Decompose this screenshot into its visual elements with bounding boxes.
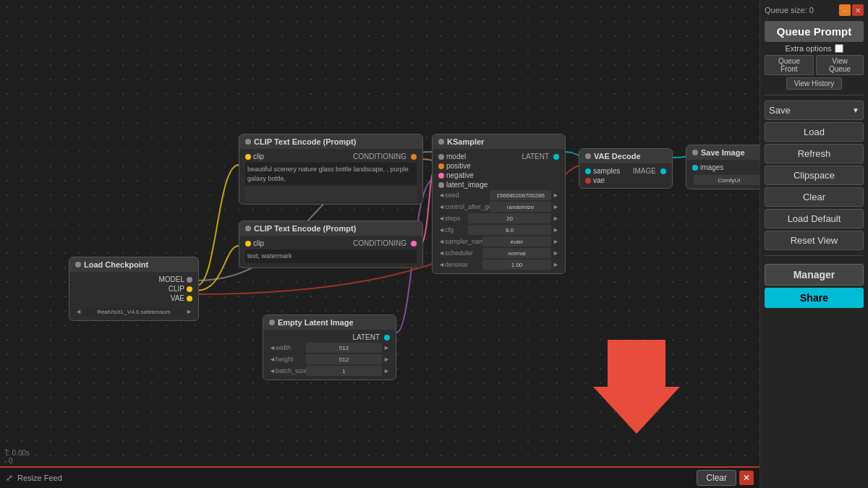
resize-feed-label: Resize Feed <box>17 474 62 482</box>
sampler-label: sampler_name <box>445 238 481 245</box>
control-row: ◄ control_after_generate randomize ► <box>438 201 559 213</box>
right-arrow: ► <box>383 344 390 351</box>
image-out-port <box>660 168 666 174</box>
clip-text-2[interactable]: text, watermark <box>245 249 417 263</box>
node-body: LATENT ◄ width 512 ► ◄ height 512 ► ◄ ba… <box>263 330 396 380</box>
latent-in-row: latent_image <box>438 180 559 189</box>
cfg-value[interactable]: 8.0 <box>468 225 551 235</box>
clip-port <box>187 286 192 292</box>
queue-prompt-button[interactable]: Queue Prompt <box>765 21 864 42</box>
right-arrow: ► <box>553 238 559 245</box>
clip-encode-1-node: CLIP Text Encode (Prompt) clip CONDITION… <box>239 134 423 205</box>
port-label: negative <box>446 171 474 179</box>
node-title: CLIP Text Encode (Prompt) <box>254 224 356 233</box>
clipspace-button[interactable]: Clipspace <box>765 166 864 185</box>
node-body: images ComfyUI <box>686 160 760 189</box>
steps-label: steps <box>445 215 467 222</box>
vae-port <box>187 296 192 301</box>
ckpt-value[interactable]: RealVisXL_V4.0.safetensors <box>83 307 184 317</box>
clip-in-port <box>245 154 251 160</box>
steps-row: ◄ steps 20 ► <box>438 213 559 224</box>
save-label: Save <box>769 105 791 116</box>
queue-front-button[interactable]: Queue Front <box>765 55 814 75</box>
seed-value[interactable]: 156680208700286 <box>490 190 551 200</box>
node-title: KSampler <box>447 137 484 146</box>
clear-button[interactable]: Clear <box>697 470 736 486</box>
port-label: MODEL <box>158 275 184 283</box>
clip-in-row-2: clip CONDITIONING <box>245 239 417 248</box>
right-arrow: ► <box>383 367 390 374</box>
left-arrow: ◄ <box>438 226 445 234</box>
port-label: images <box>700 163 723 171</box>
left-arrow: ◄ <box>438 203 445 210</box>
left-arrow: ◄ <box>269 356 276 363</box>
left-arrow: ◄ <box>269 344 276 351</box>
load-button[interactable]: Load <box>765 122 864 142</box>
bottom-bar: ⤢ Resize Feed Clear ✕ <box>0 466 760 488</box>
samples-in-row: samples IMAGE <box>585 166 666 176</box>
port-label: VAE <box>171 294 184 302</box>
share-button[interactable]: Share <box>765 288 864 308</box>
filename-value[interactable]: ComfyUI <box>694 175 760 185</box>
scheduler-label: scheduler <box>445 249 481 257</box>
control-label: control_after_generate <box>445 203 488 210</box>
left-arrow: ◄ <box>438 261 445 268</box>
image-label: IMAGE <box>633 167 656 175</box>
close-bottom-bar-button[interactable]: ✕ <box>739 471 754 485</box>
right-arrow: ► <box>553 203 559 210</box>
svg-marker-0 <box>593 340 680 434</box>
clip-in-row: clip CONDITIONING <box>245 152 417 161</box>
sampler-value[interactable]: euler <box>482 236 551 247</box>
latent-label: LATENT <box>522 153 549 160</box>
reset-view-button[interactable]: Reset View <box>765 231 864 250</box>
conditioning-label: CONDITIONING <box>353 153 407 160</box>
clip-resize-bar <box>245 187 417 201</box>
clip-encode-2-node: CLIP Text Encode (Prompt) clip CONDITION… <box>239 221 423 268</box>
port-label: clip <box>253 153 264 160</box>
close-button[interactable]: ✕ <box>852 4 864 16</box>
node-header: CLIP Text Encode (Prompt) <box>239 134 422 149</box>
left-arrow: ◄ <box>438 249 445 257</box>
bottom-bar-right: Clear ✕ <box>697 470 754 486</box>
scheduler-value[interactable]: normal <box>482 248 551 258</box>
images-in-port <box>692 165 698 171</box>
extra-options-label: Extra options <box>785 44 831 53</box>
right-arrow: ► <box>553 261 559 268</box>
steps-value[interactable]: 20 <box>468 213 551 223</box>
node-body: MODEL CLIP VAE ◄ RealVisXL_V4.0.safetens… <box>69 272 198 320</box>
minimize-button[interactable]: – <box>839 4 851 16</box>
progress-value: - 0 <box>4 457 13 465</box>
control-value[interactable]: randomize <box>490 202 551 212</box>
height-value[interactable]: 512 <box>306 354 382 364</box>
load-default-button[interactable]: Load Default <box>765 209 864 228</box>
node-header: Save Image <box>686 145 760 160</box>
save-button[interactable]: Save ▼ <box>765 100 864 120</box>
model-in-row: model LATENT <box>438 152 559 161</box>
node-header: Load Checkpoint <box>69 257 198 272</box>
conditioning-out-port <box>411 154 417 160</box>
resize-icon: ⤢ <box>6 473 13 483</box>
empty-latent-node: Empty Latent Image LATENT ◄ width 512 ► … <box>263 314 396 380</box>
save-image-node: Save Image images ComfyUI <box>686 145 760 189</box>
canvas-area[interactable]: Load Checkpoint MODEL CLIP VAE ◄ RealVis… <box>0 0 760 488</box>
port-row-vae: VAE <box>75 294 192 303</box>
clip-text-1[interactable]: beautiful scenery nature glass bottle la… <box>245 163 417 185</box>
batch-row: ◄ batch_size 1 ► <box>269 365 390 377</box>
refresh-button[interactable]: Refresh <box>765 144 864 163</box>
batch-value[interactable]: 1 <box>306 366 382 376</box>
node-header: VAE Decode <box>579 149 672 163</box>
denoise-value[interactable]: 1.00 <box>482 260 551 270</box>
right-arrow: ► <box>553 249 559 257</box>
view-history-button[interactable]: View History <box>786 77 842 90</box>
manager-button[interactable]: Manager <box>765 264 864 286</box>
right-arrow: ► <box>186 308 192 315</box>
node-title: VAE Decode <box>594 152 641 160</box>
extra-options-checkbox[interactable] <box>835 44 843 53</box>
latent-out-port <box>553 154 559 160</box>
filename-row: ComfyUI <box>692 174 760 186</box>
clear-panel-button[interactable]: Clear <box>765 187 864 207</box>
view-queue-button[interactable]: View Queue <box>816 55 864 75</box>
node-status-dot <box>585 153 591 159</box>
width-value[interactable]: 512 <box>306 343 382 353</box>
negative-in-port <box>438 173 444 179</box>
